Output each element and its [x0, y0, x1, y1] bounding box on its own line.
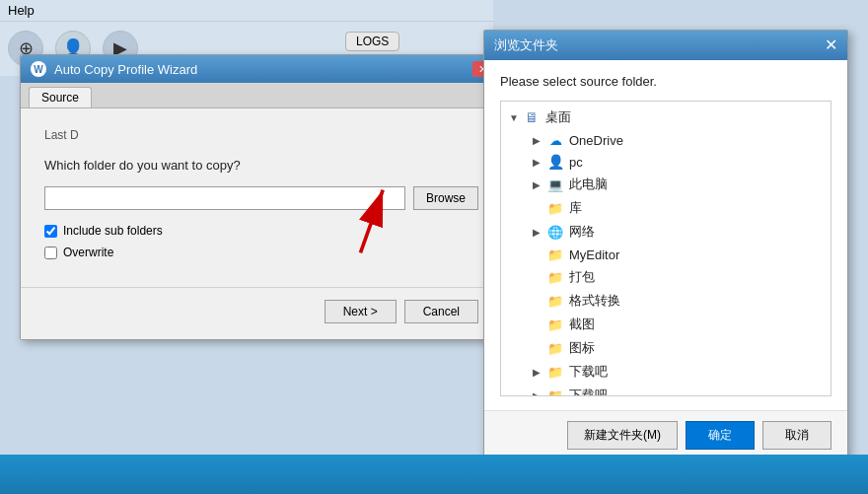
- tab-source[interactable]: Source: [29, 87, 92, 107]
- tree-item-screenshot[interactable]: 📁 截图: [501, 313, 831, 336]
- tree-item-format[interactable]: 📁 格式转换: [501, 289, 831, 313]
- help-menu-bar: Help: [0, 0, 493, 22]
- tree-label-icon: 图标: [569, 339, 595, 357]
- tree-item-network[interactable]: ▶ 🌐 网络: [501, 220, 831, 244]
- new-folder-button[interactable]: 新建文件夹(M): [567, 421, 678, 450]
- library-icon: 📁: [546, 200, 564, 216]
- browse-dialog: 浏览文件夹 ✕ Please select source folder. ▼ 🖥…: [483, 30, 848, 460]
- tree-label-download1: 下载吧: [569, 363, 608, 381]
- tree-label-desktop: 桌面: [545, 108, 571, 126]
- tree-label-format: 格式转换: [569, 292, 620, 310]
- tree-label-mycomputer: 此电脑: [569, 176, 608, 193]
- folder-tree[interactable]: ▼ 🖥 桌面 ▶ ☁ OneDrive ▶ 👤 pc ▶ 💻 此电脑: [500, 101, 832, 396]
- tree-item-mycomputer[interactable]: ▶ 💻 此电脑: [501, 173, 831, 196]
- tree-label-download2: 下载吧..: [569, 387, 615, 396]
- browse-close-button[interactable]: ✕: [825, 37, 837, 53]
- overwrite-checkbox[interactable]: [44, 247, 57, 259]
- tree-item-download2[interactable]: ▶ 📁 下载吧..: [501, 384, 831, 396]
- expand-download2-icon: ▶: [533, 390, 546, 397]
- tree-item-icon[interactable]: 📁 图标: [501, 336, 831, 360]
- tree-label-library: 库: [569, 199, 582, 217]
- help-menu-item[interactable]: Help: [8, 3, 35, 18]
- confirm-button[interactable]: 确定: [686, 421, 755, 450]
- expand-mycomputer-icon: ▶: [533, 179, 546, 190]
- browse-body: Please select source folder. ▼ 🖥 桌面 ▶ ☁ …: [484, 60, 847, 410]
- expand-pc-icon: ▶: [533, 157, 546, 168]
- icon-folder-icon: 📁: [546, 340, 564, 356]
- expand-desktop-icon: ▼: [509, 112, 523, 123]
- browse-cancel-button[interactable]: 取消: [762, 421, 832, 450]
- download1-icon: 📁: [546, 364, 564, 380]
- onedrive-icon: ☁: [546, 132, 564, 148]
- wizard-body: Last D Which folder do you want to copy?…: [21, 108, 502, 287]
- logs-button[interactable]: LOGS: [345, 32, 399, 51]
- screenshot-icon: 📁: [546, 317, 564, 332]
- wizard-question: Which folder do you want to copy?: [44, 158, 478, 173]
- wizard-title-icon: W: [31, 61, 46, 77]
- browse-prompt: Please select source folder.: [500, 74, 832, 89]
- myeditor-icon: 📁: [546, 247, 564, 262]
- expand-download1-icon: ▶: [533, 367, 546, 378]
- tree-item-download1[interactable]: ▶ 📁 下载吧: [501, 360, 831, 384]
- overwrite-label: Overwrite: [63, 246, 113, 259]
- folder-input-row: Browse: [44, 186, 478, 210]
- wizard-footer: Next > Cancel: [21, 287, 502, 339]
- last-label: Last D: [44, 128, 478, 142]
- include-sub-row: Include sub folders: [44, 224, 478, 238]
- tree-label-onedrive: OneDrive: [569, 133, 623, 148]
- next-button[interactable]: Next >: [325, 300, 397, 323]
- wizard-dialog: W Auto Copy Profile Wizard ✕ Source Last…: [20, 54, 503, 340]
- tree-label-screenshot: 截图: [569, 316, 595, 333]
- tree-label-pack: 打包: [569, 268, 595, 286]
- tree-item-library[interactable]: 📁 库: [501, 196, 831, 220]
- download2-icon: 📁: [546, 388, 564, 396]
- tree-item-desktop[interactable]: ▼ 🖥 桌面: [501, 106, 831, 129]
- tree-item-onedrive[interactable]: ▶ ☁ OneDrive: [501, 129, 831, 151]
- tree-label-myeditor: MyEditor: [569, 247, 619, 262]
- expand-network-icon: ▶: [533, 227, 546, 238]
- wizard-tabs: Source: [21, 83, 502, 108]
- computer-icon: 💻: [546, 176, 564, 192]
- taskbar: [0, 455, 868, 494]
- include-sub-label: Include sub folders: [63, 224, 163, 238]
- folder-path-input[interactable]: [44, 186, 405, 210]
- desktop-icon: 🖥: [523, 109, 541, 125]
- network-icon: 🌐: [546, 224, 564, 240]
- tree-item-pc[interactable]: ▶ 👤 pc: [501, 151, 831, 173]
- tree-item-myeditor[interactable]: 📁 MyEditor: [501, 244, 831, 265]
- pc-icon: 👤: [546, 154, 564, 170]
- expand-onedrive-icon: ▶: [533, 135, 546, 146]
- browse-title-bar: 浏览文件夹 ✕: [484, 31, 847, 60]
- tree-item-pack[interactable]: 📁 打包: [501, 265, 831, 289]
- tree-label-pc: pc: [569, 155, 583, 170]
- browse-title-text: 浏览文件夹: [494, 36, 558, 54]
- include-sub-checkbox[interactable]: [44, 225, 57, 238]
- browse-button[interactable]: Browse: [413, 186, 478, 210]
- overwrite-row: Overwrite: [44, 246, 478, 259]
- wizard-title-text: Auto Copy Profile Wizard: [54, 62, 197, 77]
- tree-label-network: 网络: [569, 223, 595, 241]
- format-icon: 📁: [546, 293, 564, 309]
- wizard-title-bar: W Auto Copy Profile Wizard ✕: [21, 55, 502, 83]
- pack-icon: 📁: [546, 269, 564, 285]
- cancel-button[interactable]: Cancel: [404, 300, 478, 323]
- browse-footer: 新建文件夹(M) 确定 取消: [484, 410, 847, 459]
